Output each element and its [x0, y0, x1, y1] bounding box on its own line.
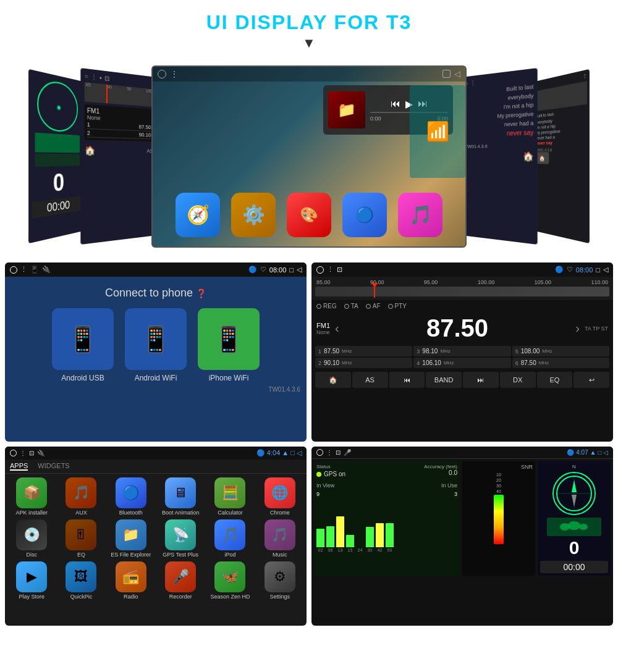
- app-settings-icon[interactable]: ⚙️: [231, 193, 276, 237]
- app-gps[interactable]: 📡 GPS Test Plus: [158, 519, 203, 558]
- app-apk[interactable]: 📦 APK installer: [9, 477, 54, 516]
- app-quickpic[interactable]: 🖼 QuickPic: [58, 561, 104, 600]
- preset-2[interactable]: 2 90.10 MHz: [315, 358, 412, 368]
- playstore-icon: ▶: [16, 561, 47, 592]
- connect-iphone-wifi[interactable]: 📱 iPhone WiFi: [198, 308, 260, 382]
- apps-tabs: APPS WIDGETS: [5, 460, 307, 474]
- app-gallery-icon[interactable]: 🎨: [287, 193, 331, 237]
- rf-dots: ⋮: [583, 72, 588, 79]
- center-app-icons: 🧭 ⚙️ 🎨 🔵 🎵: [176, 193, 442, 237]
- app-ipod[interactable]: 🎵 iPod: [207, 519, 253, 558]
- iphone-wifi-icon: 📱: [213, 325, 244, 354]
- preset-3[interactable]: 3 98.10 MHz: [413, 346, 510, 356]
- app-recorder[interactable]: 🎤 Recorder: [158, 561, 203, 600]
- map-block: [35, 154, 80, 167]
- preset-6[interactable]: 6 87.50 MHz: [512, 358, 609, 368]
- aux-icon: 🎵: [66, 477, 96, 508]
- ctrl-band[interactable]: BAND: [426, 372, 462, 388]
- ctrl-as[interactable]: AS: [352, 372, 388, 388]
- topbar-square: [442, 70, 451, 78]
- app-bluetooth[interactable]: 🔵 Bluetooth: [108, 477, 154, 516]
- big-zero-display: 0: [32, 168, 82, 200]
- ct-sq-icon: □: [289, 266, 294, 274]
- seasonzen-label: Season Zen HD: [210, 594, 250, 600]
- gt-circle: [316, 449, 323, 456]
- wifi-icon-panel: 📶: [410, 85, 465, 178]
- app-esfile[interactable]: 📁 ES File Explorer: [108, 519, 154, 558]
- dot-reg: [316, 304, 321, 309]
- gt-sd: ⊡: [336, 449, 341, 456]
- gps-bar-lbl-13: 13: [336, 548, 344, 552]
- app-music-icon[interactable]: 🎵: [398, 193, 442, 237]
- ct-time: 08:00: [269, 266, 287, 274]
- preset-5[interactable]: 5 108.00 MHz: [512, 346, 609, 356]
- tab-widgets[interactable]: WIDGETS: [38, 462, 69, 471]
- connect-android-wifi[interactable]: 📱 Android WiFi: [125, 308, 187, 382]
- app-settings[interactable]: ⚙ Settings: [257, 561, 303, 600]
- page-title: UI DISPLAY FOR T3: [0, 11, 618, 34]
- main-display-area: ◉ 0 00:00 ○ ⋮ ▪ ⊡ 859095100: [0, 57, 618, 255]
- app-boot[interactable]: 🖥 Boot Animation: [158, 477, 203, 516]
- app-radio[interactable]: 📻 Radio: [108, 561, 154, 600]
- prev-button[interactable]: ⏮: [391, 98, 400, 109]
- preset-1[interactable]: 1 87.50 MHz: [315, 346, 412, 356]
- app-chrome[interactable]: 🌐 Chrome: [257, 477, 303, 516]
- gps-status-label: Status: [316, 464, 345, 469]
- app-seasonzen[interactable]: 🦋 Season Zen HD: [207, 561, 253, 600]
- iphone-wifi-label: iPhone WiFi: [209, 374, 249, 382]
- ctrl-prev[interactable]: ⏮: [389, 372, 425, 388]
- center-panel: ⋮ ◁ 📁 ⏮ ▶ ⏭ 0:00 0:00: [151, 65, 467, 248]
- apps-grid: 📦 APK installer 🎵 AUX 🔵 Bluetooth 🖥 Boot…: [5, 474, 307, 603]
- snr-label: SNR: [465, 464, 533, 470]
- rp-dots: ⋮: [470, 79, 476, 86]
- gps-bar-42: [376, 523, 384, 547]
- inuse-value: 3: [454, 491, 457, 497]
- ct-tri-icon: ◁: [297, 266, 302, 274]
- ipod-icon: 🎵: [214, 519, 245, 550]
- android-usb-box[interactable]: 📱: [52, 308, 114, 370]
- app-eq[interactable]: 🎚 EQ: [58, 519, 104, 558]
- app-bluetooth-icon[interactable]: 🔵: [342, 193, 387, 237]
- radio-next[interactable]: ›: [575, 321, 580, 335]
- gps-status-row: GPS on: [316, 469, 345, 479]
- arrow-icon: ▼: [0, 35, 618, 51]
- app-disc[interactable]: 💿 Disc: [9, 519, 54, 558]
- lp-dots-icon: ⋮: [91, 73, 97, 81]
- gt-up: ▲: [590, 449, 596, 456]
- app-playstore[interactable]: ▶ Play Store: [9, 561, 54, 600]
- recorder-label: Recorder: [169, 594, 192, 600]
- inview-label: In View: [316, 482, 334, 489]
- gps-panel: ⋮ ⊡ 🎤 🔵 4:07 ▲ □ ◁ Status: [311, 447, 613, 626]
- radio-prev[interactable]: ‹: [335, 321, 339, 335]
- radio-info: TA TP ST: [585, 326, 608, 332]
- connect-android-usb[interactable]: 📱 Android USB: [52, 308, 114, 382]
- iphone-wifi-box[interactable]: 📱: [198, 308, 260, 370]
- radio-panel: ⋮ ⊡ 🔵 ♡ 08:00 □ ◁ 85.00 90.00 95.00 100.…: [311, 262, 613, 442]
- ctrl-dx[interactable]: DX: [500, 372, 536, 388]
- calc-label: Calculator: [218, 510, 243, 516]
- ctrl-eq[interactable]: EQ: [537, 372, 573, 388]
- gps-bar-lbl-15: 15: [346, 548, 354, 552]
- app-calc[interactable]: 🧮 Calculator: [207, 477, 253, 516]
- gps-bar-labels: 0206131524304250: [316, 548, 457, 552]
- gps-content: Status GPS on Accuracy (feet) 0.0 In Vie…: [311, 459, 613, 578]
- gps-bar-02: [316, 529, 324, 547]
- snr-scale: 10 20 30 40: [465, 472, 533, 494]
- ctrl-next[interactable]: ⏭: [463, 372, 499, 388]
- app-aux[interactable]: 🎵 AUX: [58, 477, 104, 516]
- ctrl-back[interactable]: ↩: [574, 372, 609, 388]
- app-nav-icon[interactable]: 🧭: [176, 193, 220, 237]
- gps-bar-30: [366, 527, 374, 547]
- tab-apps[interactable]: APPS: [10, 462, 28, 471]
- ctrl-home[interactable]: 🏠: [315, 372, 351, 388]
- radio-app-icon: 📻: [116, 561, 146, 592]
- esfile-label: ES File Explorer: [111, 552, 151, 558]
- lp-circle-icon: ○: [85, 72, 88, 80]
- gps-bar-lbl-02: 02: [316, 548, 324, 552]
- inview-row: In View In Use: [316, 481, 457, 490]
- android-wifi-box[interactable]: 📱: [125, 308, 187, 370]
- app-music[interactable]: 🎵 Music: [257, 519, 303, 558]
- at-sd: ⊡: [29, 450, 34, 456]
- ct-phone-icon: 📱: [30, 266, 39, 274]
- preset-4[interactable]: 4 106.10 MHz: [413, 358, 510, 368]
